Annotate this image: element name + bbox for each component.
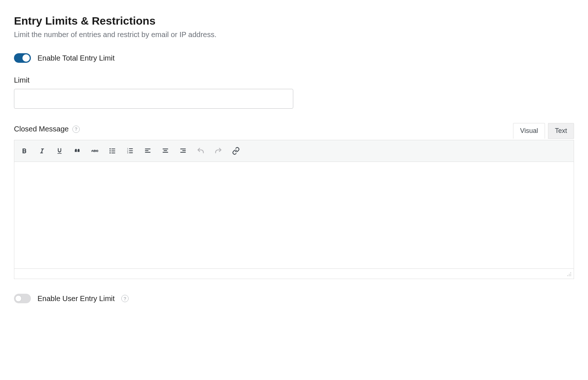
align-left-icon[interactable] [140, 143, 155, 159]
resize-handle-icon[interactable] [566, 271, 571, 276]
enable-total-entry-limit-row: Enable Total Entry Limit [14, 53, 574, 63]
bulleted-list-icon[interactable] [105, 143, 120, 159]
blockquote-icon[interactable] [69, 143, 85, 159]
enable-user-entry-limit-toggle[interactable] [14, 294, 31, 303]
svg-point-4 [110, 150, 111, 151]
align-right-icon[interactable] [175, 143, 191, 159]
numbered-list-icon[interactable]: 1 2 3 [122, 143, 138, 159]
svg-rect-14 [145, 149, 151, 149]
svg-point-28 [570, 275, 571, 276]
svg-rect-11 [129, 151, 133, 151]
enable-total-entry-limit-label: Enable Total Entry Limit [37, 54, 115, 62]
section-title: Entry Limits & Restrictions [14, 15, 574, 27]
svg-point-25 [570, 274, 571, 275]
svg-rect-5 [111, 151, 115, 151]
svg-point-23 [570, 272, 571, 273]
link-icon[interactable] [228, 143, 244, 159]
undo-icon[interactable] [193, 143, 208, 159]
editor-toolbar: ABC 1 2 3 [14, 140, 574, 162]
limit-input[interactable] [14, 89, 293, 109]
limit-label: Limit [14, 76, 574, 84]
closed-message-editor: Visual Text ABC [14, 140, 574, 279]
svg-rect-17 [163, 149, 168, 149]
bold-icon[interactable] [17, 143, 32, 159]
redo-icon[interactable] [211, 143, 226, 159]
editor-statusbar [14, 268, 574, 279]
svg-rect-21 [182, 150, 186, 151]
closed-message-label: Closed Message [14, 125, 69, 133]
tab-text[interactable]: Text [548, 123, 574, 139]
svg-rect-16 [145, 152, 151, 153]
svg-rect-13 [129, 152, 133, 153]
svg-rect-3 [111, 149, 115, 149]
align-center-icon[interactable] [158, 143, 173, 159]
svg-rect-7 [111, 153, 115, 153]
enable-total-entry-limit-toggle[interactable] [14, 53, 31, 63]
tab-visual[interactable]: Visual [513, 123, 545, 139]
svg-point-24 [569, 274, 570, 275]
svg-point-27 [569, 275, 570, 276]
svg-rect-15 [145, 150, 148, 151]
enable-user-entry-limit-row: Enable User Entry Limit ? [14, 294, 574, 303]
svg-rect-19 [163, 152, 168, 153]
svg-rect-18 [164, 150, 167, 151]
strikethrough-icon[interactable]: ABC [87, 143, 103, 159]
closed-message-textarea[interactable] [14, 162, 574, 268]
svg-rect-9 [129, 148, 133, 149]
svg-point-6 [110, 152, 111, 153]
italic-icon[interactable] [34, 143, 50, 159]
svg-rect-20 [180, 149, 186, 149]
svg-text:3: 3 [127, 152, 128, 154]
enable-user-entry-limit-label: Enable User Entry Limit [37, 294, 115, 303]
help-icon[interactable]: ? [72, 126, 80, 133]
svg-point-2 [110, 148, 111, 149]
section-subtitle: Limit the number of entries and restrict… [14, 29, 574, 40]
svg-point-26 [567, 275, 568, 276]
underline-icon[interactable] [52, 143, 67, 159]
svg-rect-22 [180, 152, 186, 153]
help-icon[interactable]: ? [121, 295, 129, 302]
